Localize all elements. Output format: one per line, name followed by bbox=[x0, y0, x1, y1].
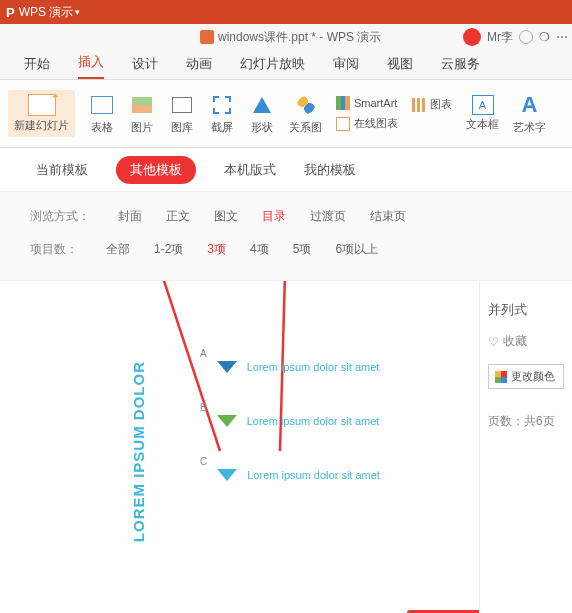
new-slide-button[interactable]: 新建幻灯片 bbox=[8, 90, 75, 137]
gallery-icon bbox=[172, 97, 192, 113]
picture-icon bbox=[132, 97, 152, 113]
smartart-button[interactable]: SmartArt bbox=[336, 96, 398, 110]
chevron-down-icon[interactable]: ▾ bbox=[75, 7, 80, 17]
screenshot-icon bbox=[213, 96, 231, 114]
filter-cover[interactable]: 封面 bbox=[118, 208, 142, 225]
filter-body[interactable]: 正文 bbox=[166, 208, 190, 225]
menu-start[interactable]: 开始 bbox=[24, 55, 50, 79]
heart-icon: ♡ bbox=[488, 335, 499, 349]
table-icon bbox=[91, 96, 113, 114]
menu-bar: 开始 插入 设计 动画 幻灯片放映 审阅 视图 云服务 bbox=[0, 50, 572, 80]
online-chart-button[interactable]: 在线图表 bbox=[336, 116, 398, 131]
tab-mine[interactable]: 我的模板 bbox=[304, 161, 356, 179]
more-icon[interactable]: ⋯ bbox=[556, 30, 568, 44]
count-5[interactable]: 5项 bbox=[293, 241, 312, 258]
filter-end[interactable]: 结束页 bbox=[370, 208, 406, 225]
filter-toc[interactable]: 目录 bbox=[262, 208, 286, 225]
count-filter-row: 项目数： 全部 1-2项 3项 4项 5项 6项以上 bbox=[30, 233, 552, 266]
document-title[interactable]: windows课件.ppt * - WPS 演示 bbox=[218, 29, 381, 46]
slide-preview[interactable]: LOREM IPSUM DOLOR ALorem ipsum dolor sit… bbox=[0, 281, 480, 613]
chart-button[interactable]: 图表 bbox=[412, 97, 452, 112]
favorite-button[interactable]: ♡收藏 bbox=[488, 333, 564, 350]
menu-slideshow[interactable]: 幻灯片放映 bbox=[240, 55, 305, 79]
user-avatar-icon[interactable] bbox=[463, 28, 481, 46]
filter-transition[interactable]: 过渡页 bbox=[310, 208, 346, 225]
browse-filter-row: 浏览方式： 封面 正文 图文 目录 过渡页 结束页 bbox=[30, 200, 552, 233]
smartart-icon bbox=[336, 96, 350, 110]
table-button[interactable]: 表格 bbox=[89, 92, 115, 135]
slide-item: CLorem ipsum dolor sit amet bbox=[200, 469, 380, 481]
count-4[interactable]: 4项 bbox=[250, 241, 269, 258]
menu-design[interactable]: 设计 bbox=[132, 55, 158, 79]
side-panel: 并列式 ♡收藏 更改颜色 页数：共6页 bbox=[480, 281, 572, 613]
document-tab-bar: windows课件.ppt * - WPS 演示 Mr李 ❍ ⋯ bbox=[0, 24, 572, 50]
new-slide-icon bbox=[28, 94, 56, 116]
textbox-button[interactable]: A文本框 bbox=[466, 95, 499, 132]
browser-icon[interactable]: ❍ bbox=[539, 30, 550, 44]
change-color-button[interactable]: 更改颜色 bbox=[488, 364, 564, 389]
style-name: 并列式 bbox=[488, 301, 564, 319]
chart-icon bbox=[412, 98, 426, 112]
count-1-2[interactable]: 1-2项 bbox=[154, 241, 183, 258]
gear-icon[interactable] bbox=[519, 30, 533, 44]
triangle-icon bbox=[217, 361, 237, 373]
color-grid-icon bbox=[495, 371, 507, 383]
menu-view[interactable]: 视图 bbox=[387, 55, 413, 79]
menu-animation[interactable]: 动画 bbox=[186, 55, 212, 79]
count-label: 项目数： bbox=[30, 241, 78, 258]
online-chart-icon bbox=[336, 117, 350, 131]
relation-button[interactable]: 关系图 bbox=[289, 92, 322, 135]
ribbon: 新建幻灯片 表格 图片 图库 截屏 形状 关系图 SmartArt 在线图表 图… bbox=[0, 80, 572, 148]
app-name: WPS 演示 bbox=[19, 4, 74, 21]
user-name[interactable]: Mr李 bbox=[487, 29, 513, 46]
slide-items: ALorem ipsum dolor sit amet BLorem ipsum… bbox=[200, 361, 380, 481]
template-tabs: 当前模板 其他模板 本机版式 我的模板 bbox=[0, 148, 572, 192]
filter-panel: 浏览方式： 封面 正文 图文 目录 过渡页 结束页 项目数： 全部 1-2项 3… bbox=[0, 192, 572, 281]
filter-pictext[interactable]: 图文 bbox=[214, 208, 238, 225]
shapes-icon bbox=[253, 97, 271, 113]
menu-insert[interactable]: 插入 bbox=[78, 53, 104, 79]
triangle-icon bbox=[217, 469, 237, 481]
count-6plus[interactable]: 6项以上 bbox=[335, 241, 378, 258]
count-all[interactable]: 全部 bbox=[106, 241, 130, 258]
menu-cloud[interactable]: 云服务 bbox=[441, 55, 480, 79]
triangle-icon bbox=[217, 415, 237, 427]
file-icon bbox=[200, 30, 214, 44]
app-logo-icon: P bbox=[6, 5, 15, 20]
picture-button[interactable]: 图片 bbox=[129, 92, 155, 135]
shapes-button[interactable]: 形状 bbox=[249, 92, 275, 135]
tab-local[interactable]: 本机版式 bbox=[224, 161, 276, 179]
slide-item: ALorem ipsum dolor sit amet bbox=[200, 361, 380, 373]
tab-other[interactable]: 其他模板 bbox=[116, 156, 196, 184]
page-count: 页数：共6页 bbox=[488, 413, 564, 430]
tab-current[interactable]: 当前模板 bbox=[36, 161, 88, 179]
wordart-button[interactable]: A艺术字 bbox=[513, 92, 546, 135]
title-bar: P WPS 演示 ▾ bbox=[0, 0, 572, 24]
screenshot-button[interactable]: 截屏 bbox=[209, 92, 235, 135]
slide-vertical-title: LOREM IPSUM DOLOR bbox=[130, 361, 147, 542]
content-area: LOREM IPSUM DOLOR ALorem ipsum dolor sit… bbox=[0, 281, 572, 613]
menu-review[interactable]: 审阅 bbox=[333, 55, 359, 79]
new-slide-label: 新建幻灯片 bbox=[14, 118, 69, 133]
browse-label: 浏览方式： bbox=[30, 208, 90, 225]
gallery-button[interactable]: 图库 bbox=[169, 92, 195, 135]
count-3[interactable]: 3项 bbox=[207, 241, 226, 258]
relation-icon bbox=[297, 96, 315, 114]
slide-item: BLorem ipsum dolor sit amet bbox=[200, 415, 380, 427]
